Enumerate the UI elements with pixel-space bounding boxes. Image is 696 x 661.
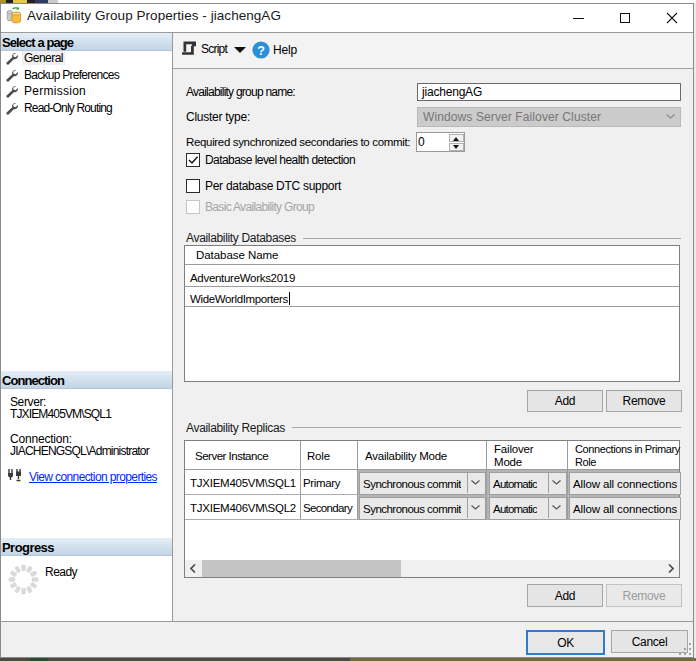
svg-text:?: ? xyxy=(257,44,265,58)
